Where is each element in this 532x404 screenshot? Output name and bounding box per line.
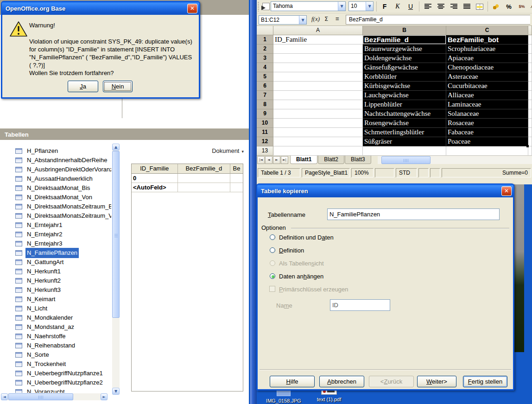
scroll-right-icon[interactable]: ► — [101, 393, 108, 400]
table-list-item[interactable]: N_DirektsaatMonat_Bis — [0, 183, 111, 193]
cell-D2[interactable] — [528, 44, 532, 54]
table-list-item[interactable]: N_AussaatHandwerklich — [0, 174, 111, 183]
cell-A5[interactable] — [273, 72, 363, 82]
table-list-item[interactable]: N_Reihenabstand — [0, 341, 111, 350]
column-header-C[interactable]: C — [446, 26, 528, 35]
cell-B13[interactable] — [363, 146, 446, 156]
table-list-item[interactable]: N_DirektsaatMonatsZeitraum_Bis — [0, 202, 111, 211]
cell-D13[interactable] — [528, 146, 532, 156]
cell-A10[interactable] — [273, 119, 363, 128]
radio-option[interactable]: Definition — [270, 244, 455, 257]
cell-B12[interactable]: Süßgräser — [363, 137, 446, 146]
cell-D4[interactable] — [528, 63, 532, 72]
sheet-tab-blatt2[interactable]: Blatt2 — [318, 156, 344, 164]
standard-format-button[interactable]: $% — [516, 1, 528, 12]
cell-C8[interactable]: Laminaceae — [446, 100, 528, 109]
cell-D10[interactable] — [528, 119, 532, 128]
cell-D5[interactable] — [528, 72, 532, 82]
cell-A13[interactable] — [273, 146, 363, 156]
row-header-3[interactable]: 3 — [257, 54, 273, 63]
cell-C11[interactable]: Fabaceae — [446, 128, 528, 137]
font-name-combo[interactable]: Tahoma — [271, 1, 346, 11]
radio-option[interactable]: Daten anhängen — [270, 270, 455, 283]
row-header-10[interactable]: 10 — [257, 119, 273, 128]
close-icon[interactable]: ✕ — [501, 186, 512, 196]
table-list-item[interactable]: N_DirektsaatMonat_Von — [0, 193, 111, 202]
align-justify-icon[interactable] — [461, 1, 473, 12]
hscrollbar-thumb[interactable] — [8, 393, 73, 400]
sum-icon[interactable]: Σ — [324, 15, 328, 22]
tables-list-hscrollbar[interactable]: ◄ ► — [1, 393, 108, 400]
cell-D11[interactable] — [528, 128, 532, 137]
underline-button[interactable]: U — [405, 1, 417, 12]
cell-B1[interactable]: BezFamilie_d — [363, 35, 446, 44]
align-center-icon[interactable] — [435, 1, 447, 12]
align-left-icon[interactable] — [422, 1, 434, 12]
cell-B8[interactable]: Lippenblütler — [363, 100, 446, 109]
cell-C10[interactable]: Rosaceae — [446, 119, 528, 128]
cell-B5[interactable]: Korbblütler — [363, 72, 446, 82]
cell-B9[interactable]: Nachtschattengewächse — [363, 109, 446, 119]
chevron-down-icon[interactable] — [299, 16, 306, 24]
selection-fill-handle[interactable] — [526, 145, 529, 147]
cell-C6[interactable]: Cucurbitaceae — [446, 82, 528, 91]
chevron-down-icon[interactable] — [366, 2, 373, 11]
cell-A4[interactable] — [273, 63, 363, 72]
row-header-8[interactable]: 8 — [257, 100, 273, 109]
table-list-item[interactable]: N_Licht — [0, 304, 111, 313]
table-list-item[interactable]: N_Voranzucht — [0, 387, 111, 393]
toolbar-grip[interactable] — [258, 2, 259, 12]
dialog-title-bar[interactable]: OpenOffice.org Base ✕ — [2, 2, 199, 15]
cell-B6[interactable]: Kürbisgewächse — [363, 82, 446, 91]
cell-A1[interactable]: ID_Familie — [273, 35, 363, 44]
previous-sheet-icon[interactable]: ◄ — [265, 156, 272, 164]
cell-C1[interactable]: BezFamilie_bot — [446, 35, 528, 44]
cell-D9[interactable] — [528, 109, 532, 119]
last-sheet-icon[interactable]: ►| — [281, 156, 288, 164]
dialog-title-bar[interactable]: Tabelle kopieren ✕ — [257, 184, 513, 197]
merge-cells-icon[interactable] — [474, 1, 486, 12]
cell-C9[interactable]: Solanaceae — [446, 109, 528, 119]
table-list-item[interactable]: H_Pflanzen — [0, 146, 111, 156]
cell-B7[interactable]: Lauchgewächse — [363, 91, 446, 100]
row-header-7[interactable]: 7 — [257, 91, 273, 100]
row-header-11[interactable]: 11 — [257, 128, 273, 137]
cell-B11[interactable]: Schmetterlingsblütler — [363, 128, 446, 137]
desktop-icon-image[interactable]: IMG_0158.JPG — [263, 389, 304, 404]
no-button[interactable]: Nein — [103, 81, 133, 92]
table-list-item[interactable]: N_Herkunft2 — [0, 276, 111, 285]
first-sheet-icon[interactable]: |◄ — [257, 156, 265, 164]
currency-format-icon[interactable] — [490, 1, 502, 12]
cell-C12[interactable]: Poaceae — [446, 137, 528, 146]
table-list-item[interactable]: N_Mondstand_az — [0, 322, 111, 332]
table-list-item[interactable]: N_Erntejahr3 — [0, 239, 111, 248]
radio-option[interactable]: Definition und Daten — [270, 231, 455, 244]
table-list-item[interactable]: N_Mondkalender — [0, 313, 111, 322]
select-all-corner[interactable] — [257, 26, 273, 35]
cell-D6[interactable] — [528, 82, 532, 91]
row-header-13[interactable]: 13 — [257, 146, 273, 156]
cell-D12[interactable] — [528, 137, 532, 146]
table-list-item[interactable]: N_GattungArt — [0, 258, 111, 267]
cell-D7[interactable] — [528, 91, 532, 100]
row-header-12[interactable]: 12 — [257, 137, 273, 146]
table-list-item[interactable]: N_Herkunft3 — [0, 285, 111, 295]
table-name-input[interactable] — [327, 208, 500, 220]
cell-A9[interactable] — [273, 109, 363, 119]
row-header-5[interactable]: 5 — [257, 72, 273, 82]
finish-button[interactable]: Fertig stellen — [463, 376, 507, 387]
scroll-up-icon[interactable]: ▲ — [112, 144, 120, 151]
cell-C2[interactable]: Scrophulariaceae — [446, 44, 528, 54]
cell-C4[interactable]: Chenopodiaceae — [446, 63, 528, 72]
scroll-left-icon[interactable]: ◄ — [1, 393, 8, 400]
cell-C7[interactable]: Alliaceae — [446, 91, 528, 100]
italic-button[interactable]: K — [392, 1, 404, 12]
tables-list-vscrollbar[interactable]: ▲ ▼ — [112, 144, 120, 395]
sheet-hscrollbar[interactable] — [378, 156, 532, 164]
cell-C13[interactable] — [446, 146, 528, 156]
cell-A6[interactable] — [273, 82, 363, 91]
function-wizard-icon[interactable]: f(x) — [311, 15, 320, 23]
cell-A12[interactable] — [273, 137, 363, 146]
table-list-item[interactable]: N_DirektsaatMonatsZeitraum_Vor — [0, 211, 111, 221]
row-header-9[interactable]: 9 — [257, 109, 273, 119]
